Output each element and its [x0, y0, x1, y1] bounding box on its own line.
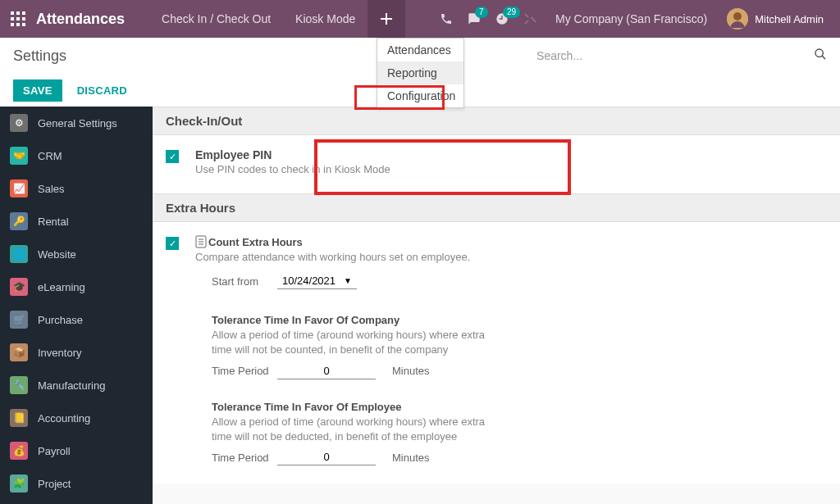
nav-right: 7 29 My Company (San Francisco) Mitchell… [432, 0, 832, 38]
nav-kiosk[interactable]: Kiosk Mode [283, 0, 368, 38]
nav-new-menu[interactable] [368, 0, 405, 38]
apps-icon[interactable] [8, 9, 28, 29]
period-label-1: Time Period [212, 365, 277, 377]
svg-point-10 [733, 12, 742, 20]
phone-icon[interactable] [432, 0, 460, 38]
dropdown-configuration[interactable]: Configuration [377, 84, 463, 107]
chat-badge: 7 [475, 7, 488, 18]
tol-employee-desc: Allow a period of time (around working h… [212, 415, 507, 444]
chat-icon[interactable]: 7 [460, 0, 488, 38]
dropdown-attendances[interactable]: Attendances [377, 39, 463, 61]
checkbox-employee-pin[interactable]: ✓ [166, 150, 179, 163]
svg-point-11 [815, 49, 823, 57]
sidebar-item-manufacturing[interactable]: 🔧Manufacturing [0, 369, 153, 402]
section-checkinout: Check-In/Out [153, 107, 840, 135]
settings-sidebar[interactable]: ⚙General Settings 🤝CRM 📈Sales 🔑Rental 🌐W… [0, 107, 153, 504]
main: ⚙General Settings 🤝CRM 📈Sales 🔑Rental 🌐W… [0, 107, 840, 504]
tol-employee-input[interactable] [277, 449, 376, 465]
save-button[interactable]: SAVE [13, 79, 62, 102]
svg-rect-7 [16, 23, 20, 26]
user-name: Mitchell Admin [755, 13, 824, 25]
sidebar-item-purchase[interactable]: 🛒Purchase [0, 303, 153, 336]
svg-rect-6 [11, 23, 14, 26]
start-from-label: Start from [212, 275, 277, 288]
book-icon: 🎓 [10, 278, 28, 296]
svg-rect-2 [22, 11, 25, 15]
svg-rect-8 [22, 23, 25, 26]
employee-pin-desc: Use PIN codes to check in in Kiosk Mode [195, 163, 390, 175]
svg-line-12 [822, 56, 825, 59]
sidebar-item-sales[interactable]: 📈Sales [0, 172, 153, 205]
sidebar-item-crm[interactable]: 🤝CRM [0, 139, 153, 172]
key-icon: 🔑 [10, 212, 28, 230]
svg-rect-5 [22, 17, 25, 20]
search-icon[interactable] [814, 48, 827, 63]
sidebar-item-inventory[interactable]: 📦Inventory [0, 336, 153, 369]
tol-company-title: Tolerance Time In Favor Of Company [212, 314, 827, 326]
count-extra-label: Count Extra Hours [195, 235, 470, 249]
wrench-icon: 🔧 [10, 376, 28, 394]
checkbox-count-extra[interactable]: ✓ [166, 237, 179, 250]
box-icon: 📦 [10, 343, 28, 361]
page-title: Settings [13, 48, 66, 65]
svg-rect-0 [11, 11, 14, 15]
section-extra-hours: Extra Hours [153, 193, 840, 222]
handshake-icon: 🤝 [10, 147, 28, 165]
activity-icon[interactable]: 29 [488, 0, 516, 38]
discard-button[interactable]: DISCARD [67, 79, 137, 102]
svg-rect-4 [16, 17, 20, 20]
gear-icon: ⚙ [10, 114, 28, 132]
sidebar-item-rental[interactable]: 🔑Rental [0, 205, 153, 238]
cart-icon: 🛒 [10, 311, 28, 329]
sidebar-item-accounting[interactable]: 📒Accounting [0, 402, 153, 434]
setting-count-extra: ✓ Count Extra Hours Compare attendance w… [166, 235, 827, 263]
setting-employee-pin: ✓ Employee PIN Use PIN codes to check in… [166, 148, 827, 175]
app-brand[interactable]: Attendances [36, 11, 125, 28]
tools-icon[interactable] [516, 0, 544, 38]
period-unit-1: Minutes [392, 365, 430, 377]
tol-employee-title: Tolerance Time In Favor Of Employee [212, 401, 827, 413]
sidebar-item-payroll[interactable]: 💰Payroll [0, 434, 153, 467]
user-menu[interactable]: Mitchell Admin [719, 8, 832, 30]
tol-company-input[interactable] [277, 363, 376, 379]
sidebar-item-project[interactable]: 🧩Project [0, 467, 153, 500]
period-unit-2: Minutes [392, 452, 430, 464]
document-icon [195, 235, 207, 248]
dropdown-reporting[interactable]: Reporting [377, 61, 463, 84]
svg-rect-1 [16, 11, 20, 15]
svg-rect-3 [11, 17, 14, 20]
puzzle-icon: 🧩 [10, 474, 28, 493]
sidebar-item-elearning[interactable]: 🎓eLearning [0, 270, 153, 303]
employee-pin-label: Employee PIN [195, 148, 390, 161]
company-selector[interactable]: My Company (San Francisco) [544, 12, 719, 25]
start-from-row: Start from 10/24/2021 ▼ [212, 273, 827, 289]
top-navbar: Attendances Check In / Check Out Kiosk M… [0, 0, 840, 38]
chart-icon: 📈 [10, 179, 28, 198]
period-label-2: Time Period [212, 452, 277, 464]
count-extra-desc: Compare attendance with working hours se… [195, 251, 470, 263]
ledger-icon: 📒 [10, 409, 28, 427]
start-from-input[interactable]: 10/24/2021 ▼ [277, 273, 357, 289]
caret-down-icon: ▼ [344, 276, 352, 285]
avatar [727, 8, 748, 30]
globe-icon: 🌐 [10, 245, 28, 263]
tol-company-desc: Allow a period of time (around working h… [212, 328, 507, 357]
search-input[interactable] [536, 49, 814, 62]
nav-checkin[interactable]: Check In / Check Out [149, 0, 283, 38]
settings-content[interactable]: Check-In/Out ✓ Employee PIN Use PIN code… [153, 107, 840, 504]
search-wrap [536, 48, 827, 64]
money-icon: 💰 [10, 442, 28, 460]
plus-dropdown: Attendances Reporting Configuration [377, 38, 464, 108]
sidebar-item-general[interactable]: ⚙General Settings [0, 107, 153, 139]
sidebar-item-website[interactable]: 🌐Website [0, 238, 153, 270]
